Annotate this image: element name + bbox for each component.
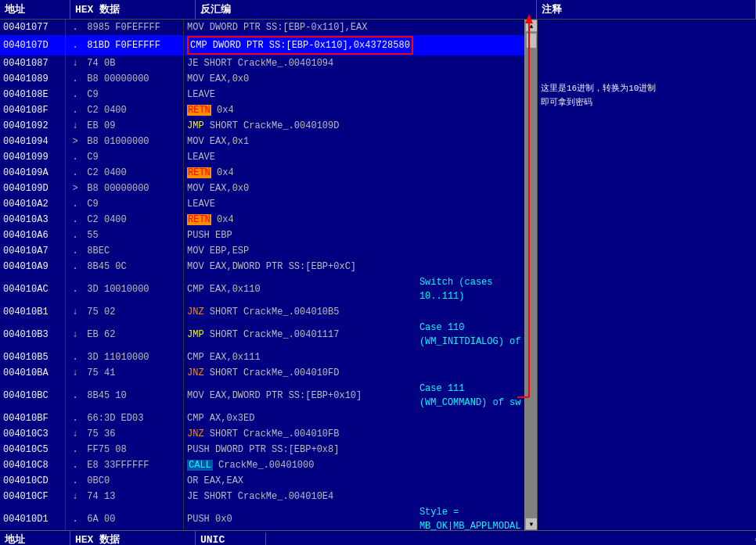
addr-cell: 004010AC: [0, 274, 66, 304]
disasm-area[interactable]: 00401077 . 8985 F0FEFFFF MOV DWORD PTR S…: [0, 20, 524, 530]
table-row[interactable]: 0040108E . C9 LEAVE: [0, 87, 524, 102]
hex-cell: . 6A 00: [66, 504, 184, 530]
arrow: .: [69, 213, 81, 227]
table-row[interactable]: 004010A9 . 8B45 0C MOV EAX,DWORD PTR SS:…: [0, 259, 524, 274]
content-wrapper: 00401077 . 8985 F0FEFFFF MOV DWORD PTR S…: [0, 20, 756, 530]
comment-cell: [416, 149, 524, 165]
disasm-cell: MOV EBP,ESP: [184, 243, 416, 259]
table-row[interactable]: 004010A6 . 55 PUSH EBP: [0, 228, 524, 243]
column-headers: 地址 HEX 数据 反汇编 注释: [0, 0, 756, 20]
table-row[interactable]: 004010B3 ↓ EB 62 JMP SHORT CrackMe_.0040…: [0, 320, 524, 350]
arrow: .: [69, 244, 81, 258]
arrow: .: [69, 150, 81, 164]
scroll-down-button[interactable]: ▼: [525, 518, 538, 530]
scroll-track[interactable]: [525, 32, 537, 518]
disasm-cell: JNZ SHORT CrackMe_.004010FB: [184, 426, 416, 442]
arrow: .: [69, 260, 81, 274]
addr-cell: 004010A2: [0, 196, 66, 212]
table-row[interactable]: 00401077 . 8985 F0FEFFFF MOV DWORD PTR S…: [0, 20, 524, 35]
disasm-cell: RETN 0x4: [184, 165, 416, 181]
table-row[interactable]: 004010D1 . 6A 00 PUSH 0x0 Style = MB_OK|…: [0, 504, 524, 530]
arrow: ↓: [69, 427, 81, 441]
comment-cell: [416, 489, 524, 504]
table-row[interactable]: 004010BC . 8B45 10 MOV EAX,DWORD PTR SS:…: [0, 381, 524, 411]
table-row[interactable]: 0040108F . C2 0400 RETN 0x4: [0, 102, 524, 118]
disasm-cell: MOV DWORD PTR SS:[EBP-0x110],EAX: [184, 20, 416, 35]
table-row[interactable]: 00401099 . C9 LEAVE: [0, 149, 524, 165]
table-row[interactable]: 004010B1 ↓ 75 02 JNZ SHORT CrackMe_.0040…: [0, 304, 524, 320]
table-row[interactable]: 00401087 ↓ 74 0B JE SHORT CrackMe_.00401…: [0, 56, 524, 71]
hex-cell: . C2 0400: [66, 102, 184, 118]
addr-cell: 0040109D: [0, 181, 66, 196]
table-row[interactable]: 00401094 > B8 01000000 MOV EAX,0x1: [0, 134, 524, 149]
hex-cell: . 3D 11010000: [66, 350, 184, 365]
comment-cell: [416, 243, 524, 259]
disasm-cell: JE SHORT CrackMe_.00401094: [184, 56, 416, 71]
disasm-cell: MOV EAX,0x1: [184, 134, 416, 149]
header-hex: HEX 数据: [70, 0, 196, 19]
addr-cell: 0040107D: [0, 35, 66, 56]
table-row[interactable]: 004010CF ↓ 74 13 JE SHORT CrackMe_.00401…: [0, 489, 524, 504]
comment-cell: [416, 196, 524, 212]
hex-cell: > B8 01000000: [66, 134, 184, 149]
hex-cell: . C2 0400: [66, 212, 184, 228]
hex-cell: ↓ 74 0B: [66, 56, 184, 71]
table-row[interactable]: 004010B5 . 3D 11010000 CMP EAX,0x111: [0, 350, 524, 365]
table-row[interactable]: 004010A2 . C9 LEAVE: [0, 196, 524, 212]
table-row[interactable]: 004010BF . 66:3D ED03 CMP AX,0x3ED: [0, 411, 524, 426]
disasm-table: 00401077 . 8985 F0FEFFFF MOV DWORD PTR S…: [0, 20, 524, 530]
arrow: .: [69, 88, 81, 102]
hex-cell: . 8B45 0C: [66, 259, 184, 274]
table-row[interactable]: 004010CD . 0BC0 OR EAX,EAX: [0, 473, 524, 489]
table-row[interactable]: 00401092 ↓ EB 09 JMP SHORT CrackMe_.0040…: [0, 118, 524, 134]
table-row[interactable]: 004010AC . 3D 10010000 CMP EAX,0x110 Swi…: [0, 274, 524, 304]
addr-cell: 00401099: [0, 149, 66, 165]
table-row[interactable]: 004010C5 . FF75 08 PUSH DWORD PTR SS:[EB…: [0, 442, 524, 457]
scroll-up-button[interactable]: ▲: [525, 20, 538, 32]
arrow: .: [69, 38, 81, 52]
table-row[interactable]: 004010C8 . E8 33FFFFFF CALL CrackMe_.004…: [0, 457, 524, 473]
header-comment: 注释: [537, 0, 756, 19]
hex-cell: . FF75 08: [66, 442, 184, 457]
disasm-cell: JNZ SHORT CrackMe_.004010B5: [184, 304, 416, 320]
disasm-cell: MOV EAX,0x0: [184, 181, 416, 196]
disasm-cell: LEAVE: [184, 196, 416, 212]
disasm-cell: MOV EAX,DWORD PTR SS:[EBP+0x10]: [184, 381, 416, 411]
table-row[interactable]: 0040109D > B8 00000000 MOV EAX,0x0: [0, 181, 524, 196]
hex-cell: . 81BD F0FEFFFF: [66, 35, 184, 56]
hex-cell: . 3D 10010000: [66, 274, 184, 304]
scrollbar[interactable]: ▲ ▼: [524, 20, 537, 530]
hex-cell: ↓ EB 62: [66, 320, 184, 350]
hex-cell: . E8 33FFFFFF: [66, 457, 184, 473]
comment-cell: [416, 304, 524, 320]
table-row[interactable]: 004010BA ↓ 75 41 JNZ SHORT CrackMe_.0040…: [0, 365, 524, 381]
scroll-thumb[interactable]: [526, 33, 537, 48]
comment-cell: [416, 56, 524, 71]
comment-cell: [416, 426, 524, 442]
table-row[interactable]: 004010C3 ↓ 75 36 JNZ SHORT CrackMe_.0040…: [0, 426, 524, 442]
comment-cell: [416, 442, 524, 457]
arrow: .: [69, 228, 81, 242]
table-row[interactable]: 004010A3 . C2 0400 RETN 0x4: [0, 212, 524, 228]
addr-cell: 004010BF: [0, 411, 66, 426]
table-row[interactable]: 0040109A . C2 0400 RETN 0x4: [0, 165, 524, 181]
addr-cell: 0040109A: [0, 165, 66, 181]
arrow: ↓: [69, 366, 81, 380]
hex-cell: ↓ 74 13: [66, 489, 184, 504]
comment-cell: [416, 87, 524, 102]
comment-cell: [416, 411, 524, 426]
comment-cell: [416, 118, 524, 134]
bottom-unic: UNIC: [196, 532, 266, 546]
disasm-cell: CMP DWORD PTR SS:[EBP-0x110],0x43728580: [184, 35, 416, 56]
table-row[interactable]: 0040107D . 81BD F0FEFFFF CMP DWORD PTR S…: [0, 35, 524, 56]
addr-cell: 004010B1: [0, 304, 66, 320]
disasm-cell: CMP EAX,0x110: [184, 274, 416, 304]
arrow: >: [69, 181, 81, 195]
disasm-cell: CMP AX,0x3ED: [184, 411, 416, 426]
addr-cell: 00401089: [0, 71, 66, 87]
arrow: .: [69, 389, 81, 403]
table-row[interactable]: 00401089 . B8 00000000 MOV EAX,0x0: [0, 71, 524, 87]
table-row[interactable]: 004010A7 . 8BEC MOV EBP,ESP: [0, 243, 524, 259]
comment-cell: Switch (cases 10..111): [416, 274, 524, 304]
arrow: ↓: [69, 489, 81, 504]
